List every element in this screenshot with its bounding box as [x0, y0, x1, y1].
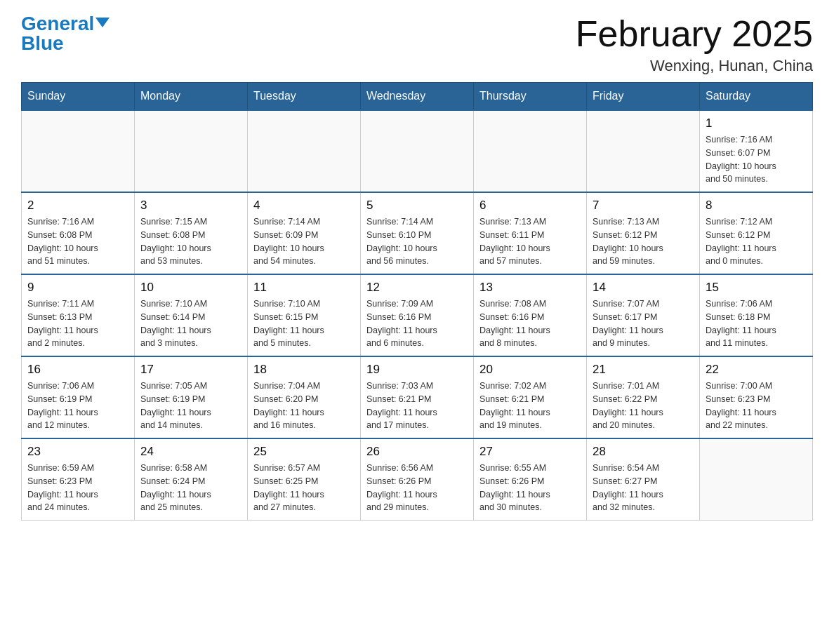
day-info: Sunrise: 7:14 AM Sunset: 6:09 PM Dayligh…	[253, 215, 355, 268]
calendar-title: February 2025	[576, 14, 813, 54]
header-sunday: Sunday	[22, 83, 135, 111]
day-info: Sunrise: 7:13 AM Sunset: 6:11 PM Dayligh…	[479, 215, 581, 268]
table-row	[361, 110, 474, 192]
table-row: 10Sunrise: 7:10 AM Sunset: 6:14 PM Dayli…	[135, 274, 248, 356]
day-number: 8	[706, 199, 807, 213]
table-row: 23Sunrise: 6:59 AM Sunset: 6:23 PM Dayli…	[22, 438, 135, 521]
logo: General Blue	[21, 14, 110, 53]
table-row: 3Sunrise: 7:15 AM Sunset: 6:08 PM Daylig…	[135, 192, 248, 274]
day-info: Sunrise: 6:58 AM Sunset: 6:24 PM Dayligh…	[140, 462, 241, 514]
day-info: Sunrise: 7:00 AM Sunset: 6:23 PM Dayligh…	[706, 380, 807, 432]
table-row: 4Sunrise: 7:14 AM Sunset: 6:09 PM Daylig…	[248, 192, 361, 274]
day-info: Sunrise: 7:10 AM Sunset: 6:14 PM Dayligh…	[140, 297, 241, 350]
day-number: 19	[366, 363, 468, 377]
day-number: 16	[27, 363, 128, 377]
day-info: Sunrise: 7:03 AM Sunset: 6:21 PM Dayligh…	[366, 380, 468, 432]
day-number: 7	[593, 199, 694, 213]
day-number: 27	[479, 445, 581, 459]
logo-triangle-icon	[95, 18, 110, 27]
day-info: Sunrise: 7:13 AM Sunset: 6:12 PM Dayligh…	[593, 215, 694, 268]
table-row: 27Sunrise: 6:55 AM Sunset: 6:26 PM Dayli…	[474, 438, 587, 521]
table-row: 6Sunrise: 7:13 AM Sunset: 6:11 PM Daylig…	[474, 192, 587, 274]
table-row: 14Sunrise: 7:07 AM Sunset: 6:17 PM Dayli…	[587, 274, 700, 356]
day-number: 15	[706, 281, 807, 295]
table-row: 2Sunrise: 7:16 AM Sunset: 6:08 PM Daylig…	[22, 192, 135, 274]
day-number: 24	[140, 445, 241, 459]
day-info: Sunrise: 7:05 AM Sunset: 6:19 PM Dayligh…	[140, 380, 241, 432]
day-info: Sunrise: 7:08 AM Sunset: 6:16 PM Dayligh…	[479, 297, 581, 350]
day-number: 14	[593, 281, 694, 295]
table-row	[587, 110, 700, 192]
table-row: 1Sunrise: 7:16 AM Sunset: 6:07 PM Daylig…	[700, 110, 813, 192]
day-number: 28	[593, 445, 694, 459]
location: Wenxing, Hunan, China	[576, 57, 813, 75]
table-row	[248, 110, 361, 192]
day-info: Sunrise: 7:06 AM Sunset: 6:18 PM Dayligh…	[706, 297, 807, 350]
table-row	[22, 110, 135, 192]
table-row	[135, 110, 248, 192]
title-area: February 2025 Wenxing, Hunan, China	[576, 14, 813, 75]
table-row: 26Sunrise: 6:56 AM Sunset: 6:26 PM Dayli…	[361, 438, 474, 521]
page-header: General Blue February 2025 Wenxing, Huna…	[21, 14, 813, 75]
day-number: 9	[27, 281, 128, 295]
day-info: Sunrise: 7:15 AM Sunset: 6:08 PM Dayligh…	[140, 215, 241, 268]
header-saturday: Saturday	[700, 83, 813, 111]
day-number: 6	[479, 199, 581, 213]
header-monday: Monday	[135, 83, 248, 111]
table-row: 9Sunrise: 7:11 AM Sunset: 6:13 PM Daylig…	[22, 274, 135, 356]
day-info: Sunrise: 7:11 AM Sunset: 6:13 PM Dayligh…	[27, 297, 128, 350]
table-row: 7Sunrise: 7:13 AM Sunset: 6:12 PM Daylig…	[587, 192, 700, 274]
day-number: 22	[706, 363, 807, 377]
day-number: 18	[253, 363, 355, 377]
day-number: 3	[140, 199, 241, 213]
table-row: 15Sunrise: 7:06 AM Sunset: 6:18 PM Dayli…	[700, 274, 813, 356]
day-info: Sunrise: 7:14 AM Sunset: 6:10 PM Dayligh…	[366, 215, 468, 268]
day-number: 4	[253, 199, 355, 213]
day-info: Sunrise: 7:02 AM Sunset: 6:21 PM Dayligh…	[479, 380, 581, 432]
calendar-week-row: 2Sunrise: 7:16 AM Sunset: 6:08 PM Daylig…	[22, 192, 813, 274]
calendar-table: Sunday Monday Tuesday Wednesday Thursday…	[21, 82, 813, 521]
day-number: 21	[593, 363, 694, 377]
day-info: Sunrise: 7:16 AM Sunset: 6:07 PM Dayligh…	[706, 133, 807, 186]
day-number: 2	[27, 199, 128, 213]
day-number: 1	[706, 116, 807, 130]
day-info: Sunrise: 7:12 AM Sunset: 6:12 PM Dayligh…	[706, 215, 807, 268]
calendar-week-row: 23Sunrise: 6:59 AM Sunset: 6:23 PM Dayli…	[22, 438, 813, 521]
day-info: Sunrise: 6:56 AM Sunset: 6:26 PM Dayligh…	[366, 462, 468, 514]
day-number: 10	[140, 281, 241, 295]
table-row	[700, 438, 813, 521]
table-row: 21Sunrise: 7:01 AM Sunset: 6:22 PM Dayli…	[587, 356, 700, 438]
day-info: Sunrise: 6:57 AM Sunset: 6:25 PM Dayligh…	[253, 462, 355, 514]
day-info: Sunrise: 7:07 AM Sunset: 6:17 PM Dayligh…	[593, 297, 694, 350]
day-number: 26	[366, 445, 468, 459]
calendar-header-row: Sunday Monday Tuesday Wednesday Thursday…	[22, 83, 813, 111]
table-row: 20Sunrise: 7:02 AM Sunset: 6:21 PM Dayli…	[474, 356, 587, 438]
table-row: 8Sunrise: 7:12 AM Sunset: 6:12 PM Daylig…	[700, 192, 813, 274]
logo-general-text: General	[21, 14, 110, 34]
calendar-week-row: 1Sunrise: 7:16 AM Sunset: 6:07 PM Daylig…	[22, 110, 813, 192]
day-info: Sunrise: 7:09 AM Sunset: 6:16 PM Dayligh…	[366, 297, 468, 350]
table-row: 28Sunrise: 6:54 AM Sunset: 6:27 PM Dayli…	[587, 438, 700, 521]
day-info: Sunrise: 7:01 AM Sunset: 6:22 PM Dayligh…	[593, 380, 694, 432]
calendar-week-row: 16Sunrise: 7:06 AM Sunset: 6:19 PM Dayli…	[22, 356, 813, 438]
day-info: Sunrise: 7:10 AM Sunset: 6:15 PM Dayligh…	[253, 297, 355, 350]
table-row: 22Sunrise: 7:00 AM Sunset: 6:23 PM Dayli…	[700, 356, 813, 438]
day-info: Sunrise: 7:04 AM Sunset: 6:20 PM Dayligh…	[253, 380, 355, 432]
table-row	[474, 110, 587, 192]
table-row: 25Sunrise: 6:57 AM Sunset: 6:25 PM Dayli…	[248, 438, 361, 521]
table-row: 24Sunrise: 6:58 AM Sunset: 6:24 PM Dayli…	[135, 438, 248, 521]
logo-blue-text: Blue	[21, 34, 64, 53]
day-info: Sunrise: 6:59 AM Sunset: 6:23 PM Dayligh…	[27, 462, 128, 514]
day-number: 20	[479, 363, 581, 377]
table-row: 19Sunrise: 7:03 AM Sunset: 6:21 PM Dayli…	[361, 356, 474, 438]
day-number: 13	[479, 281, 581, 295]
table-row: 16Sunrise: 7:06 AM Sunset: 6:19 PM Dayli…	[22, 356, 135, 438]
header-wednesday: Wednesday	[361, 83, 474, 111]
day-info: Sunrise: 6:54 AM Sunset: 6:27 PM Dayligh…	[593, 462, 694, 514]
day-number: 12	[366, 281, 468, 295]
day-number: 17	[140, 363, 241, 377]
table-row: 5Sunrise: 7:14 AM Sunset: 6:10 PM Daylig…	[361, 192, 474, 274]
table-row: 13Sunrise: 7:08 AM Sunset: 6:16 PM Dayli…	[474, 274, 587, 356]
day-number: 25	[253, 445, 355, 459]
header-thursday: Thursday	[474, 83, 587, 111]
